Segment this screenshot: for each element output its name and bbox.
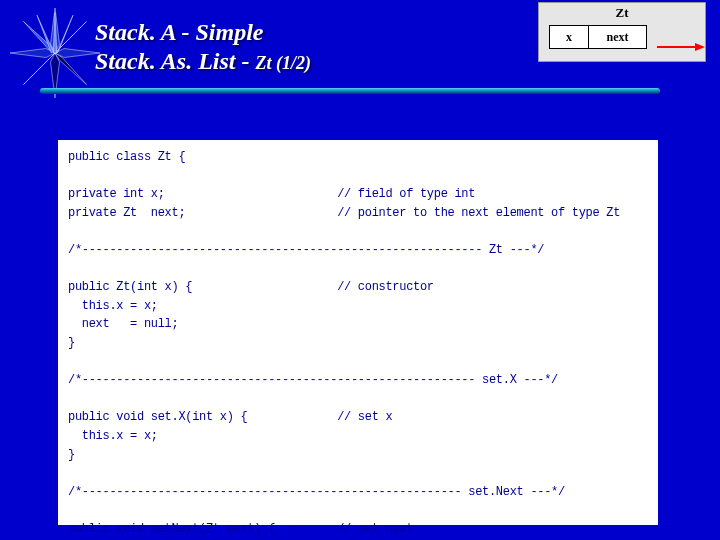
svg-marker-6 bbox=[24, 53, 56, 85]
svg-marker-2 bbox=[10, 49, 55, 58]
slide-title: Stack. A - Simple Stack. As. List - Zt (… bbox=[95, 18, 311, 76]
diagram-label: Zt bbox=[539, 3, 705, 21]
code-text: public class Zt { private int x; // fiel… bbox=[58, 140, 658, 540]
title-underline bbox=[40, 88, 660, 94]
code-block: public class Zt { private int x; // fiel… bbox=[58, 140, 658, 525]
svg-marker-3 bbox=[55, 49, 100, 58]
svg-marker-9 bbox=[37, 15, 53, 53]
cell-x: x bbox=[549, 25, 589, 49]
svg-marker-7 bbox=[55, 53, 87, 85]
starburst-icon bbox=[10, 8, 100, 98]
node-diagram: Zt x next bbox=[538, 2, 706, 62]
svg-marker-10 bbox=[57, 15, 73, 53]
cell-next: next bbox=[589, 25, 647, 49]
slide-header: Stack. A - Simple Stack. As. List - Zt (… bbox=[0, 0, 720, 110]
title-line-1: Stack. A - Simple bbox=[95, 18, 311, 47]
arrow-icon bbox=[657, 41, 707, 53]
title-line-2: Stack. As. List - Zt (1/2) bbox=[95, 47, 311, 76]
svg-marker-12 bbox=[695, 43, 705, 51]
